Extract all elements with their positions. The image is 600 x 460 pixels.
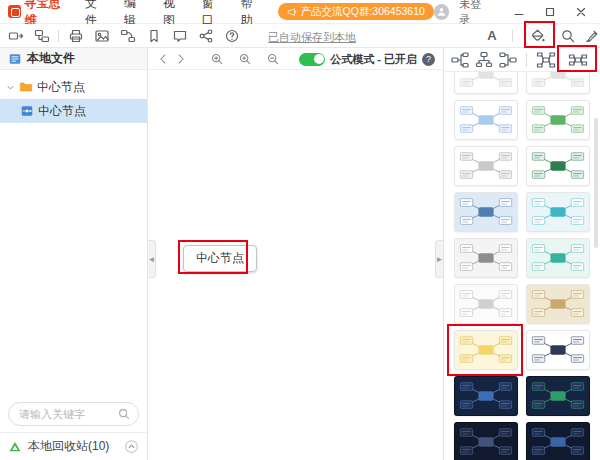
image-icon[interactable] bbox=[94, 28, 110, 44]
recycle-bin-icon bbox=[8, 440, 22, 454]
theme-thumbnail-silver[interactable] bbox=[454, 238, 518, 278]
file-tree: 中心节点 中心节点 bbox=[0, 70, 147, 396]
layout-org-chart-icon[interactable] bbox=[474, 50, 494, 70]
tabbar-divider bbox=[526, 53, 527, 67]
print-icon[interactable] bbox=[68, 28, 84, 44]
formula-mode-label: 公式模式 - 已开启 bbox=[330, 52, 417, 67]
zoom-out-icon[interactable] bbox=[266, 52, 280, 66]
tree-item-folder[interactable]: 中心节点 bbox=[0, 75, 147, 99]
chevron-left-icon[interactable] bbox=[156, 52, 170, 66]
titlebar: 寻宝思维 文件 编辑 视图 窗口 帮助 产品交流QQ群:306453610 未登… bbox=[0, 0, 600, 24]
paint-bucket-icon[interactable] bbox=[530, 28, 546, 44]
recycle-bin-row[interactable]: 本地回收站(10) bbox=[0, 432, 147, 460]
titlebar-right: 未登录 bbox=[434, 0, 592, 27]
collapse-chevron-icon[interactable] bbox=[124, 439, 139, 454]
login-status[interactable]: 未登录 bbox=[459, 0, 491, 27]
qq-group-badge[interactable]: 产品交流QQ群:306453610 bbox=[278, 3, 434, 20]
main-content: 本地文件 中心节点 中心节点 本地回收站(10) bbox=[0, 48, 600, 460]
panel-tabbar bbox=[444, 48, 600, 72]
share-icon[interactable] bbox=[198, 28, 214, 44]
relationship-icon[interactable] bbox=[120, 28, 136, 44]
help-icon[interactable] bbox=[224, 28, 240, 44]
folder-icon bbox=[19, 80, 33, 94]
search-icon[interactable] bbox=[117, 407, 131, 421]
layout-tree-right-icon[interactable] bbox=[498, 50, 518, 70]
app-logo-icon bbox=[8, 5, 21, 18]
formula-mode-toggle[interactable] bbox=[299, 53, 325, 66]
megaphone-icon bbox=[287, 7, 297, 17]
toolbar: 已自动保存到本地 A bbox=[0, 24, 600, 48]
question-badge-icon[interactable]: ? bbox=[422, 53, 435, 66]
layout-mindmap-icon[interactable] bbox=[536, 50, 556, 70]
zoom-fit-icon[interactable] bbox=[238, 52, 252, 66]
chevron-right-icon[interactable] bbox=[174, 52, 188, 66]
sidebar-header: 本地文件 bbox=[0, 48, 147, 70]
minimize-button[interactable] bbox=[509, 3, 530, 21]
close-button[interactable] bbox=[571, 3, 592, 21]
tree-item-label: 中心节点 bbox=[37, 79, 85, 96]
mindmap-file-icon bbox=[20, 104, 34, 118]
rightpanel-collapse-handle[interactable]: ► bbox=[435, 240, 443, 278]
autosave-status[interactable]: 已自动保存到本地 bbox=[268, 30, 356, 45]
sidebar-title: 本地文件 bbox=[27, 50, 75, 67]
avatar[interactable] bbox=[434, 4, 449, 20]
app-window: 寻宝思维 文件 编辑 视图 窗口 帮助 产品交流QQ群:306453610 未登… bbox=[0, 0, 600, 460]
sidebar-collapse-handle[interactable]: ◄ bbox=[148, 240, 156, 278]
canvas-area[interactable]: 中心节点 bbox=[148, 70, 443, 460]
recycle-bin-label: 本地回收站(10) bbox=[28, 438, 109, 455]
toggle-knob bbox=[314, 54, 324, 64]
theme-thumbnail-steel-blue[interactable] bbox=[454, 192, 518, 232]
tree-item-file-selected[interactable]: 中心节点 bbox=[0, 99, 147, 123]
central-topic-node[interactable]: 中心节点 bbox=[183, 245, 257, 272]
layout-logic-left-icon[interactable] bbox=[450, 50, 470, 70]
scrollbar-thumb[interactable] bbox=[594, 118, 598, 248]
tree-item-label: 中心节点 bbox=[38, 103, 86, 120]
theme-thumbnail-green[interactable] bbox=[526, 100, 590, 140]
theme-thumbnail-night-a[interactable] bbox=[454, 422, 518, 460]
canvas-topbar: 公式模式 - 已开启 ? bbox=[148, 48, 443, 70]
theme-thumbnail-gray[interactable] bbox=[454, 146, 518, 186]
user-icon bbox=[436, 6, 447, 17]
search-icon[interactable] bbox=[560, 28, 576, 44]
comment-icon[interactable] bbox=[172, 28, 188, 44]
qq-group-text: 产品交流QQ群:306453610 bbox=[301, 5, 425, 19]
maximize-button[interactable] bbox=[540, 3, 561, 21]
theme-thumbnail-dark-green[interactable] bbox=[526, 146, 590, 186]
formula-mode-cluster: 公式模式 - 已开启 ? bbox=[299, 48, 435, 70]
theme-thumbnail-light-gray-b[interactable] bbox=[526, 72, 590, 94]
right-panel bbox=[443, 48, 600, 460]
theme-thumbnail-navy-on-white[interactable] bbox=[526, 330, 590, 370]
tag-icon[interactable] bbox=[146, 28, 162, 44]
theme-thumbnail-dark-green-night[interactable] bbox=[526, 376, 590, 416]
sidebar-search bbox=[0, 396, 147, 432]
theme-thumbnail-dark-blue[interactable] bbox=[454, 376, 518, 416]
theme-grid[interactable] bbox=[444, 72, 600, 460]
local-files-icon bbox=[8, 52, 22, 66]
font-button[interactable]: A bbox=[484, 28, 500, 44]
insert-subtopic-icon[interactable] bbox=[34, 28, 50, 44]
zoom-in-icon[interactable] bbox=[210, 52, 224, 66]
sidebar: 本地文件 中心节点 中心节点 本地回收站(10) bbox=[0, 48, 148, 460]
tab-theme-icon[interactable] bbox=[568, 50, 588, 70]
theme-thumbnail-yellow[interactable] bbox=[454, 330, 518, 370]
theme-thumbnail-blue[interactable] bbox=[454, 100, 518, 140]
chevron-down-icon bbox=[6, 83, 15, 92]
insert-topic-icon[interactable] bbox=[8, 28, 24, 44]
theme-thumbnail-plain[interactable] bbox=[454, 284, 518, 324]
toolbar-divider bbox=[512, 30, 513, 42]
format-brush-icon[interactable] bbox=[584, 28, 600, 44]
theme-thumbnail-mint[interactable] bbox=[526, 238, 590, 278]
toolbar-divider bbox=[58, 30, 59, 42]
theme-thumbnail-teal-x[interactable] bbox=[526, 192, 590, 232]
canvas[interactable]: 公式模式 - 已开启 ? 中心节点 ◄ ► bbox=[148, 48, 443, 460]
theme-thumbnail-light-gray-a[interactable] bbox=[454, 72, 518, 94]
theme-thumbnail-night-b[interactable] bbox=[526, 422, 590, 460]
theme-thumbnail-beige[interactable] bbox=[526, 284, 590, 324]
